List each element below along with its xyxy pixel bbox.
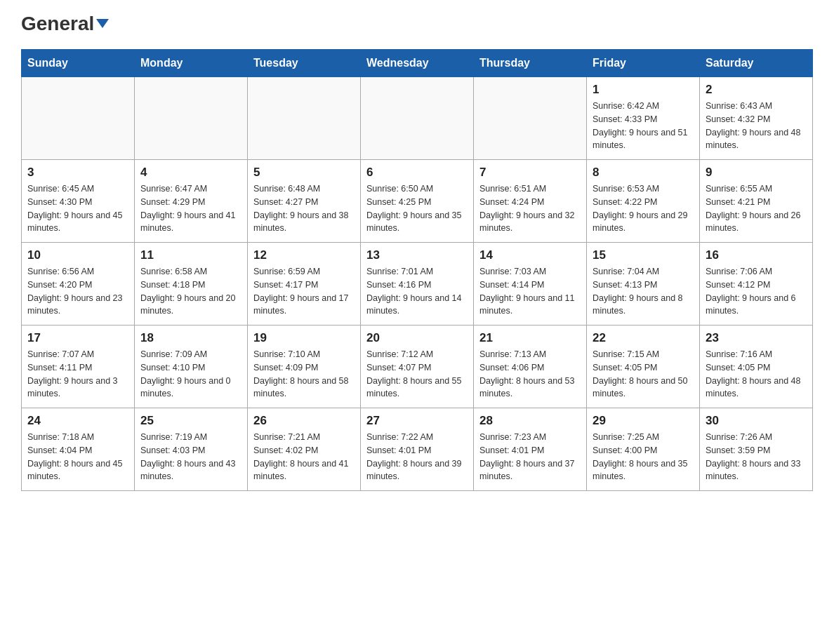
day-number: 18 xyxy=(140,331,241,345)
calendar-cell: 8Sunrise: 6:53 AM Sunset: 4:22 PM Daylig… xyxy=(587,160,700,243)
weekday-header-friday: Friday xyxy=(587,50,700,77)
calendar-cell: 20Sunrise: 7:12 AM Sunset: 4:07 PM Dayli… xyxy=(361,326,474,408)
weekday-header-tuesday: Tuesday xyxy=(248,50,361,77)
day-number: 8 xyxy=(593,166,694,180)
day-number: 14 xyxy=(479,248,581,262)
day-number: 19 xyxy=(253,331,355,345)
calendar-cell xyxy=(248,77,361,160)
calendar-cell: 23Sunrise: 7:16 AM Sunset: 4:05 PM Dayli… xyxy=(700,326,813,408)
day-number: 3 xyxy=(27,166,128,180)
day-info: Sunrise: 7:03 AM Sunset: 4:14 PM Dayligh… xyxy=(479,265,581,318)
calendar-cell: 10Sunrise: 6:56 AM Sunset: 4:20 PM Dayli… xyxy=(22,243,135,326)
calendar-week-row: 17Sunrise: 7:07 AM Sunset: 4:11 PM Dayli… xyxy=(22,326,813,408)
weekday-header-wednesday: Wednesday xyxy=(361,50,474,77)
day-info: Sunrise: 7:21 AM Sunset: 4:02 PM Dayligh… xyxy=(253,431,355,483)
calendar-cell: 5Sunrise: 6:48 AM Sunset: 4:27 PM Daylig… xyxy=(248,160,361,243)
weekday-header-monday: Monday xyxy=(135,50,248,77)
day-info: Sunrise: 7:09 AM Sunset: 4:10 PM Dayligh… xyxy=(140,348,241,401)
day-number: 22 xyxy=(593,331,694,345)
calendar-cell: 22Sunrise: 7:15 AM Sunset: 4:05 PM Dayli… xyxy=(587,326,700,408)
calendar-cell: 9Sunrise: 6:55 AM Sunset: 4:21 PM Daylig… xyxy=(700,160,813,243)
day-number: 25 xyxy=(140,414,241,428)
day-info: Sunrise: 6:56 AM Sunset: 4:20 PM Dayligh… xyxy=(27,265,128,318)
day-info: Sunrise: 7:19 AM Sunset: 4:03 PM Dayligh… xyxy=(140,431,241,483)
calendar-cell: 30Sunrise: 7:26 AM Sunset: 3:59 PM Dayli… xyxy=(700,408,813,491)
day-number: 4 xyxy=(140,166,241,180)
day-info: Sunrise: 6:45 AM Sunset: 4:30 PM Dayligh… xyxy=(27,182,128,235)
calendar-cell: 14Sunrise: 7:03 AM Sunset: 4:14 PM Dayli… xyxy=(474,243,587,326)
calendar-cell: 18Sunrise: 7:09 AM Sunset: 4:10 PM Dayli… xyxy=(135,326,248,408)
calendar-cell xyxy=(474,77,587,160)
day-number: 24 xyxy=(27,414,128,428)
day-number: 16 xyxy=(706,248,807,262)
day-number: 11 xyxy=(140,248,241,262)
day-info: Sunrise: 7:07 AM Sunset: 4:11 PM Dayligh… xyxy=(27,348,128,401)
calendar-week-row: 10Sunrise: 6:56 AM Sunset: 4:20 PM Dayli… xyxy=(22,243,813,326)
day-info: Sunrise: 7:26 AM Sunset: 3:59 PM Dayligh… xyxy=(706,431,807,483)
logo-triangle-icon xyxy=(96,19,109,28)
day-number: 1 xyxy=(593,83,694,97)
calendar-cell: 28Sunrise: 7:23 AM Sunset: 4:01 PM Dayli… xyxy=(474,408,587,491)
day-info: Sunrise: 6:43 AM Sunset: 4:32 PM Dayligh… xyxy=(706,100,807,152)
calendar-cell: 1Sunrise: 6:42 AM Sunset: 4:33 PM Daylig… xyxy=(587,77,700,160)
day-info: Sunrise: 6:48 AM Sunset: 4:27 PM Dayligh… xyxy=(253,182,355,235)
calendar-body: 1Sunrise: 6:42 AM Sunset: 4:33 PM Daylig… xyxy=(22,77,813,491)
calendar-cell xyxy=(22,77,135,160)
day-number: 17 xyxy=(27,331,128,345)
day-info: Sunrise: 6:59 AM Sunset: 4:17 PM Dayligh… xyxy=(253,265,355,318)
page-header: General xyxy=(21,14,813,35)
day-number: 23 xyxy=(706,331,807,345)
day-info: Sunrise: 7:23 AM Sunset: 4:01 PM Dayligh… xyxy=(479,431,581,483)
weekday-header-saturday: Saturday xyxy=(700,50,813,77)
day-number: 28 xyxy=(479,414,581,428)
day-number: 29 xyxy=(593,414,694,428)
weekday-header-thursday: Thursday xyxy=(474,50,587,77)
calendar-cell: 17Sunrise: 7:07 AM Sunset: 4:11 PM Dayli… xyxy=(22,326,135,408)
calendar-cell: 24Sunrise: 7:18 AM Sunset: 4:04 PM Dayli… xyxy=(22,408,135,491)
calendar-cell: 3Sunrise: 6:45 AM Sunset: 4:30 PM Daylig… xyxy=(22,160,135,243)
calendar-week-row: 3Sunrise: 6:45 AM Sunset: 4:30 PM Daylig… xyxy=(22,160,813,243)
day-info: Sunrise: 6:42 AM Sunset: 4:33 PM Dayligh… xyxy=(593,100,694,152)
calendar-header: SundayMondayTuesdayWednesdayThursdayFrid… xyxy=(22,50,813,77)
day-number: 5 xyxy=(253,166,355,180)
day-info: Sunrise: 7:04 AM Sunset: 4:13 PM Dayligh… xyxy=(593,265,694,318)
day-number: 10 xyxy=(27,248,128,262)
calendar-cell: 16Sunrise: 7:06 AM Sunset: 4:12 PM Dayli… xyxy=(700,243,813,326)
calendar-cell xyxy=(135,77,248,160)
day-info: Sunrise: 7:22 AM Sunset: 4:01 PM Dayligh… xyxy=(366,431,468,483)
day-number: 9 xyxy=(706,166,807,180)
day-info: Sunrise: 6:58 AM Sunset: 4:18 PM Dayligh… xyxy=(140,265,241,318)
day-info: Sunrise: 7:06 AM Sunset: 4:12 PM Dayligh… xyxy=(706,265,807,318)
day-number: 21 xyxy=(479,331,581,345)
day-info: Sunrise: 7:18 AM Sunset: 4:04 PM Dayligh… xyxy=(27,431,128,483)
day-info: Sunrise: 7:13 AM Sunset: 4:06 PM Dayligh… xyxy=(479,348,581,401)
day-info: Sunrise: 6:47 AM Sunset: 4:29 PM Dayligh… xyxy=(140,182,241,235)
calendar-cell: 12Sunrise: 6:59 AM Sunset: 4:17 PM Dayli… xyxy=(248,243,361,326)
calendar-cell: 13Sunrise: 7:01 AM Sunset: 4:16 PM Dayli… xyxy=(361,243,474,326)
logo-main-text: General xyxy=(21,14,109,34)
day-info: Sunrise: 7:12 AM Sunset: 4:07 PM Dayligh… xyxy=(366,348,468,401)
day-number: 6 xyxy=(366,166,468,180)
calendar-cell: 7Sunrise: 6:51 AM Sunset: 4:24 PM Daylig… xyxy=(474,160,587,243)
weekday-row: SundayMondayTuesdayWednesdayThursdayFrid… xyxy=(22,50,813,77)
calendar-cell: 25Sunrise: 7:19 AM Sunset: 4:03 PM Dayli… xyxy=(135,408,248,491)
calendar-cell: 21Sunrise: 7:13 AM Sunset: 4:06 PM Dayli… xyxy=(474,326,587,408)
day-info: Sunrise: 7:10 AM Sunset: 4:09 PM Dayligh… xyxy=(253,348,355,401)
calendar-cell: 19Sunrise: 7:10 AM Sunset: 4:09 PM Dayli… xyxy=(248,326,361,408)
day-number: 7 xyxy=(479,166,581,180)
day-number: 27 xyxy=(366,414,468,428)
day-number: 12 xyxy=(253,248,355,262)
logo: General xyxy=(21,14,109,35)
day-number: 2 xyxy=(706,83,807,97)
day-info: Sunrise: 6:55 AM Sunset: 4:21 PM Dayligh… xyxy=(706,182,807,235)
day-info: Sunrise: 6:51 AM Sunset: 4:24 PM Dayligh… xyxy=(479,182,581,235)
day-number: 30 xyxy=(706,414,807,428)
calendar-cell: 2Sunrise: 6:43 AM Sunset: 4:32 PM Daylig… xyxy=(700,77,813,160)
calendar-cell xyxy=(361,77,474,160)
day-info: Sunrise: 7:25 AM Sunset: 4:00 PM Dayligh… xyxy=(593,431,694,483)
calendar-cell: 26Sunrise: 7:21 AM Sunset: 4:02 PM Dayli… xyxy=(248,408,361,491)
calendar-cell: 15Sunrise: 7:04 AM Sunset: 4:13 PM Dayli… xyxy=(587,243,700,326)
calendar-week-row: 24Sunrise: 7:18 AM Sunset: 4:04 PM Dayli… xyxy=(22,408,813,491)
day-info: Sunrise: 7:16 AM Sunset: 4:05 PM Dayligh… xyxy=(706,348,807,401)
calendar-cell: 4Sunrise: 6:47 AM Sunset: 4:29 PM Daylig… xyxy=(135,160,248,243)
